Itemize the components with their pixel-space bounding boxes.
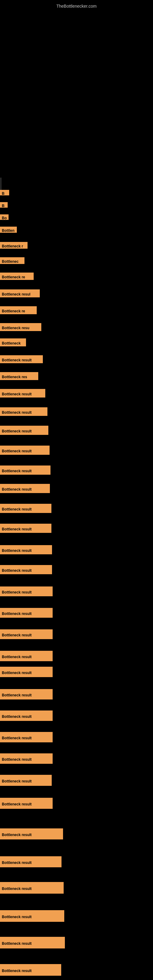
bottleneck-bar-14: Bottleneck result — [0, 407, 48, 416]
bottleneck-bar-1: B — [0, 202, 8, 208]
bottleneck-bar-25: Bottleneck result — [0, 629, 53, 639]
bottleneck-bar-0: B — [0, 190, 9, 196]
bottleneck-bar-23: Bottleneck result — [0, 587, 53, 596]
bottleneck-bar-13: Bottleneck result — [0, 389, 45, 398]
bottleneck-bar-18: Bottleneck result — [0, 484, 50, 493]
bottleneck-bar-38: Bottleneck result — [0, 937, 65, 948]
bottleneck-bar-27: Bottleneck result — [0, 667, 53, 677]
bottleneck-bar-9: Bottleneck resu — [0, 323, 41, 331]
bottleneck-bar-8: Bottleneck re — [0, 306, 37, 314]
bottleneck-bar-11: Bottleneck result — [0, 355, 43, 363]
bottleneck-bar-15: Bottleneck result — [0, 426, 48, 435]
bottleneck-bar-28: Bottleneck result — [0, 689, 53, 700]
vertical-line — [1, 178, 1, 190]
bottleneck-bar-6: Bottleneck re — [0, 272, 33, 280]
bottleneck-bar-30: Bottleneck result — [0, 732, 53, 742]
bottleneck-bar-16: Bottleneck result — [0, 445, 49, 455]
bottleneck-bar-17: Bottleneck result — [0, 466, 51, 475]
bottleneck-bar-21: Bottleneck result — [0, 545, 52, 554]
bottleneck-bar-24: Bottleneck result — [0, 608, 53, 618]
bottleneck-bar-31: Bottleneck result — [0, 753, 53, 764]
bottleneck-bar-37: Bottleneck result — [0, 910, 64, 922]
bottleneck-bar-33: Bottleneck result — [0, 798, 53, 809]
bottleneck-bar-35: Bottleneck result — [0, 856, 62, 867]
bottleneck-bar-10: Bottleneck — [0, 339, 26, 346]
bottleneck-bar-19: Bottleneck result — [0, 504, 51, 513]
bottleneck-bar-32: Bottleneck result — [0, 775, 52, 786]
bottleneck-bar-20: Bottleneck result — [0, 524, 51, 533]
bottleneck-bar-22: Bottleneck result — [0, 565, 52, 574]
bottleneck-bar-26: Bottleneck result — [0, 651, 53, 661]
bottleneck-bar-12: Bottleneck res — [0, 372, 38, 380]
bottleneck-bar-7: Bottleneck resul — [0, 290, 40, 298]
bottleneck-bar-39: Bottleneck result — [0, 964, 61, 976]
site-title: TheBottlenecker.com — [56, 1, 97, 11]
bottleneck-bar-3: Bottlen — [0, 227, 17, 233]
bottleneck-bar-4: Bottleneck r — [0, 242, 27, 249]
bottleneck-bar-2: Bo — [0, 215, 9, 220]
bottleneck-bar-5: Bottlenec — [0, 257, 24, 264]
bottleneck-bar-34: Bottleneck result — [0, 829, 63, 840]
bottleneck-bar-36: Bottleneck result — [0, 882, 64, 894]
bottleneck-bar-29: Bottleneck result — [0, 711, 53, 721]
